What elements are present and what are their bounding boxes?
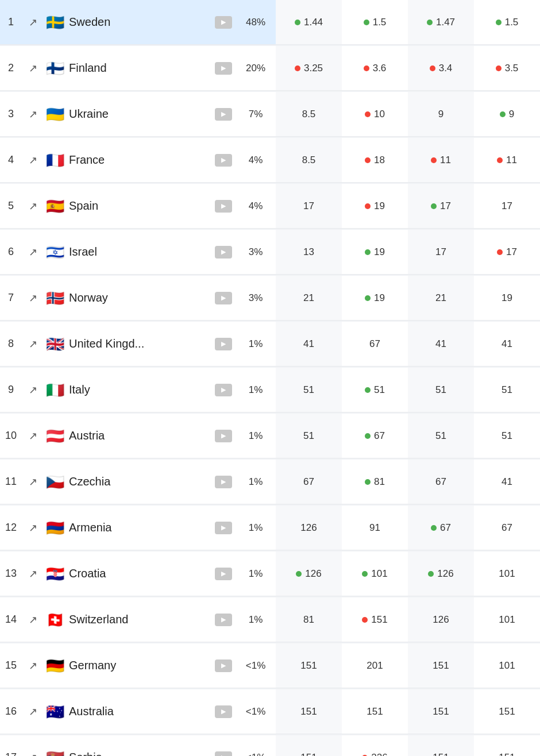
- score1-cell: 151: [276, 689, 342, 734]
- score3-cell: 21: [408, 276, 474, 320]
- rank-number: 8: [8, 338, 14, 350]
- play-button-cell[interactable]: [211, 379, 236, 401]
- score1-cell: 8.5: [276, 92, 342, 136]
- play-button[interactable]: [215, 568, 232, 580]
- country-flag: 🇨🇿: [46, 475, 64, 489]
- percentage-value: <1%: [246, 752, 266, 757]
- trend-cell: ↗: [22, 471, 44, 493]
- score3-value: 41: [435, 338, 446, 350]
- score2-value: 226: [371, 752, 387, 757]
- table-row: 12 ↗ 🇦🇲 Armenia 1% 126: [0, 506, 540, 550]
- score3-cell: 51: [408, 414, 474, 458]
- play-button[interactable]: [215, 16, 232, 29]
- play-button[interactable]: [215, 108, 232, 121]
- table-row: 13 ↗ 🇭🇷 Croatia 1% 126: [0, 551, 540, 596]
- country-flag: 🇮🇱: [46, 245, 64, 260]
- play-button-cell[interactable]: [211, 11, 236, 33]
- score2-cell: 81: [342, 460, 408, 504]
- country-cell: 🇩🇪 Germany: [44, 654, 211, 678]
- trend-cell: ↗: [22, 563, 44, 585]
- score2-value: 1.5: [373, 17, 387, 28]
- country-name: Germany: [69, 659, 116, 672]
- trend-icon: ↗: [29, 62, 37, 75]
- play-button-cell[interactable]: [211, 425, 236, 447]
- country-cell: 🇦🇺 Australia: [44, 700, 211, 724]
- rank-number: 7: [8, 292, 14, 304]
- play-button[interactable]: [215, 154, 232, 167]
- play-button-cell[interactable]: [211, 517, 236, 539]
- play-button-cell[interactable]: [211, 195, 236, 217]
- country-cell: 🇮🇱 Israel: [44, 240, 211, 264]
- score2-value: 201: [367, 660, 383, 672]
- percentage-cell: 7%: [236, 104, 276, 125]
- play-button[interactable]: [215, 614, 232, 626]
- play-button-cell[interactable]: [211, 287, 236, 309]
- percentage-value: 4%: [249, 155, 263, 166]
- percentage-cell: 1%: [236, 472, 276, 492]
- table-row: 10 ↗ 🇦🇹 Austria 1% 51: [0, 414, 540, 458]
- score3-value: 17: [435, 246, 446, 258]
- rank-cell: 4: [0, 149, 22, 171]
- trend-icon: ↗: [29, 476, 37, 488]
- play-button-cell[interactable]: [211, 57, 236, 79]
- country-name: Australia: [69, 705, 114, 718]
- country-name: Israel: [69, 245, 97, 259]
- play-button-cell[interactable]: [211, 701, 236, 723]
- score4-value: 19: [502, 292, 512, 304]
- score1-value: 51: [303, 384, 314, 396]
- score2-cell: 67: [342, 322, 408, 366]
- score1-value: 126: [300, 522, 317, 534]
- play-button[interactable]: [215, 476, 232, 488]
- score3-cell: 67: [408, 460, 474, 504]
- play-button-cell[interactable]: [211, 103, 236, 125]
- score3-value: 51: [435, 430, 446, 442]
- percentage-value: 48%: [246, 17, 265, 28]
- percentage-cell: 4%: [236, 150, 276, 171]
- score1-cell: 13: [276, 230, 342, 274]
- play-button[interactable]: [215, 200, 232, 213]
- play-button[interactable]: [215, 430, 232, 442]
- play-button-cell[interactable]: [211, 241, 236, 263]
- score4-cell: 3.5: [474, 46, 540, 90]
- rank-cell: 6: [0, 241, 22, 263]
- play-button-cell[interactable]: [211, 747, 236, 757]
- play-button[interactable]: [215, 384, 232, 396]
- rank-cell: 5: [0, 195, 22, 217]
- table-row: 6 ↗ 🇮🇱 Israel 3% 13: [0, 230, 540, 275]
- play-button[interactable]: [215, 659, 232, 672]
- play-button[interactable]: [215, 705, 232, 718]
- green-dot-icon: [431, 525, 437, 531]
- trend-cell: ↗: [22, 287, 44, 309]
- trend-cell: ↗: [22, 379, 44, 401]
- trend-cell: ↗: [22, 103, 44, 125]
- red-dot-icon: [365, 111, 371, 117]
- play-button[interactable]: [215, 338, 232, 350]
- percentage-cell: <1%: [236, 747, 276, 757]
- play-button-cell[interactable]: [211, 563, 236, 585]
- score1-cell: 8.5: [276, 138, 342, 182]
- play-button-cell[interactable]: [211, 471, 236, 493]
- score3-cell: 67: [408, 506, 474, 550]
- play-button-cell[interactable]: [211, 655, 236, 677]
- play-button-cell[interactable]: [211, 333, 236, 355]
- score3-cell: 151: [408, 643, 474, 688]
- play-button[interactable]: [215, 292, 232, 304]
- country-flag: 🇫🇷: [46, 153, 64, 168]
- score1-value: 151: [300, 706, 317, 718]
- trend-cell: ↗: [22, 333, 44, 355]
- play-button[interactable]: [215, 522, 232, 534]
- percentage-cell: 48%: [236, 12, 276, 33]
- play-button[interactable]: [215, 751, 232, 757]
- green-dot-icon: [296, 571, 302, 577]
- score1-cell: 151: [276, 643, 342, 688]
- play-button-cell[interactable]: [211, 149, 236, 171]
- table-row: 15 ↗ 🇩🇪 Germany <1% 151: [0, 643, 540, 688]
- play-button[interactable]: [215, 62, 232, 75]
- play-button[interactable]: [215, 246, 232, 259]
- score3-cell: 9: [408, 92, 474, 136]
- score2-value: 19: [374, 246, 385, 258]
- trend-icon: ↗: [29, 705, 37, 718]
- score2-cell: 101: [342, 551, 408, 596]
- score1-cell: 151: [276, 735, 342, 756]
- play-button-cell[interactable]: [211, 609, 236, 631]
